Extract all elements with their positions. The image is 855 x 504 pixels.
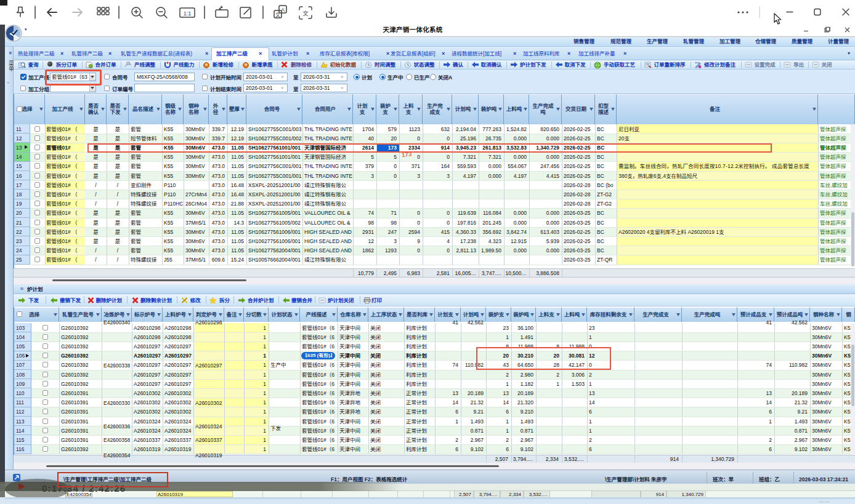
svg-text:文: 文 <box>302 10 308 17</box>
svg-text:1:1: 1:1 <box>184 10 192 17</box>
svg-text:文: 文 <box>275 12 280 18</box>
